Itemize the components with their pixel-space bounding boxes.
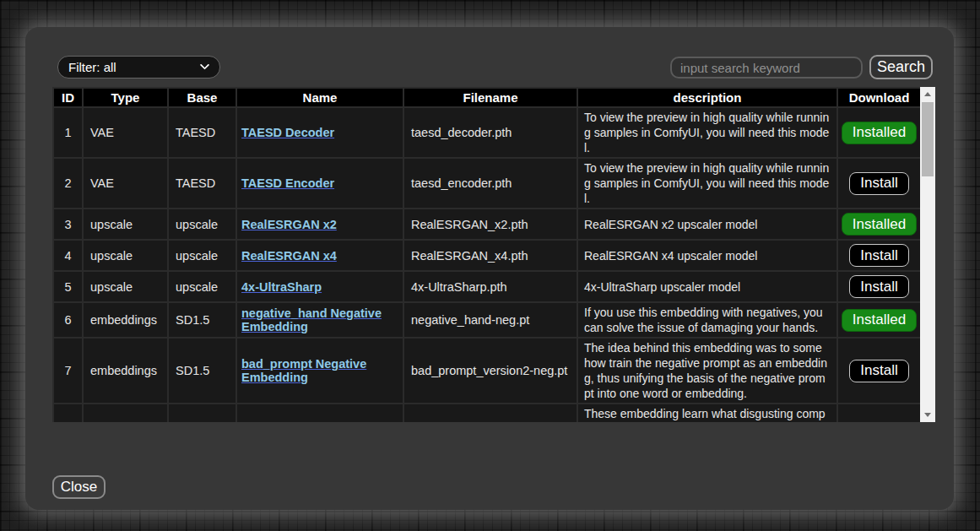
scrollbar-thumb[interactable] xyxy=(922,102,934,176)
id-cell: 1 xyxy=(53,107,83,158)
id-cell: 2 xyxy=(53,158,83,209)
type-cell: upscale xyxy=(83,240,168,271)
table-scrollbar[interactable] xyxy=(920,87,935,422)
description-cell: RealESRGAN x2 upscaler model xyxy=(577,209,837,240)
table-row: 4upscaleupscaleRealESRGAN x4RealESRGAN_x… xyxy=(53,240,920,271)
download-cell: Install xyxy=(837,158,920,209)
model-name-link[interactable]: 4x-UltraSharp xyxy=(241,280,322,294)
id-cell: 6 xyxy=(53,302,83,338)
download-cell: Install xyxy=(837,338,920,404)
table-row: 5upscaleupscale4x-UltraSharp4x-UltraShar… xyxy=(53,271,920,302)
download-cell: Installed xyxy=(837,209,920,240)
base-cell: upscale xyxy=(168,209,236,240)
type-cell: VAE xyxy=(83,107,168,158)
search-button[interactable]: Search xyxy=(869,55,933,79)
filename-cell: bad_prompt_version2-neg.pt xyxy=(403,338,577,404)
name-cell xyxy=(236,404,403,422)
base-cell: upscale xyxy=(168,240,236,271)
filename-cell: 4x-UltraSharp.pth xyxy=(403,271,577,302)
download-cell: Installed xyxy=(837,107,920,158)
id-cell: 5 xyxy=(53,271,83,302)
description-cell: To view the preview in high quality whil… xyxy=(577,158,837,209)
description-cell: If you use this embedding with negatives… xyxy=(577,302,837,338)
installed-button[interactable]: Installed xyxy=(842,213,917,236)
id-cell: 4 xyxy=(53,240,83,271)
base-cell: SD1.5 xyxy=(168,302,236,338)
base-cell: SD1.5 xyxy=(168,338,236,404)
install-models-dialog: Filter: all Search IDTypeBaseNameFilenam… xyxy=(25,27,954,510)
description-cell: The idea behind this embedding was to so… xyxy=(577,338,837,404)
column-header-download: Download xyxy=(837,88,920,107)
arrow-down-icon xyxy=(924,413,931,417)
name-cell: bad_prompt Negative Embedding xyxy=(236,338,403,404)
install-button[interactable]: Install xyxy=(849,275,908,298)
table-header-row: IDTypeBaseNameFilenamedescriptionDownloa… xyxy=(53,88,920,107)
filename-cell: taesd_encoder.pth xyxy=(403,158,577,209)
table-row: 2VAETAESDTAESD Encodertaesd_encoder.pthT… xyxy=(53,158,920,209)
base-cell: upscale xyxy=(168,271,236,302)
table-row: 7embeddingsSD1.5bad_prompt Negative Embe… xyxy=(53,338,920,404)
filename-cell xyxy=(403,404,577,422)
close-button[interactable]: Close xyxy=(52,475,106,499)
type-cell: upscale xyxy=(83,209,168,240)
description-cell: To view the preview in high quality whil… xyxy=(577,107,837,158)
name-cell: TAESD Decoder xyxy=(236,107,403,158)
description-cell: These embedding learn what disgusting co… xyxy=(577,404,837,422)
table-row: 3upscaleupscaleRealESRGAN x2RealESRGAN_x… xyxy=(53,209,920,240)
type-cell: embeddings xyxy=(83,302,168,338)
name-cell: 4x-UltraSharp xyxy=(236,271,403,302)
download-cell: Install xyxy=(837,240,920,271)
model-name-link[interactable]: bad_prompt Negative Embedding xyxy=(241,357,366,384)
filename-cell: RealESRGAN_x2.pth xyxy=(403,209,577,240)
table-row: These embedding learn what disgusting co… xyxy=(53,404,920,422)
type-cell: VAE xyxy=(83,158,168,209)
filename-cell: negative_hand-neg.pt xyxy=(403,302,577,338)
download-cell: Installed xyxy=(837,302,920,338)
base-cell: TAESD xyxy=(168,107,236,158)
install-button[interactable]: Install xyxy=(849,244,908,267)
filename-cell: taesd_decoder.pth xyxy=(403,107,577,158)
table-row: 1VAETAESDTAESD Decodertaesd_decoder.pthT… xyxy=(53,107,920,158)
name-cell: negative_hand Negative Embedding xyxy=(236,302,403,338)
model-name-link[interactable]: TAESD Encoder xyxy=(241,176,334,190)
column-header-name: Name xyxy=(236,88,403,107)
column-header-type: Type xyxy=(83,88,168,107)
column-header-filename: Filename xyxy=(403,88,577,107)
model-name-link[interactable]: negative_hand Negative Embedding xyxy=(241,306,382,333)
filter-dropdown[interactable]: Filter: all xyxy=(57,56,220,79)
column-header-description: description xyxy=(577,88,837,107)
column-header-base: Base xyxy=(168,88,236,107)
name-cell: RealESRGAN x2 xyxy=(236,209,403,240)
description-cell: RealESRGAN x4 upscaler model xyxy=(577,240,837,271)
name-cell: TAESD Encoder xyxy=(236,158,403,209)
column-header-id: ID xyxy=(53,88,83,107)
id-cell: 7 xyxy=(53,338,83,404)
type-cell: upscale xyxy=(83,271,168,302)
models-table: IDTypeBaseNameFilenamedescriptionDownloa… xyxy=(52,87,920,422)
id-cell: 3 xyxy=(53,209,83,240)
scroll-down-button[interactable] xyxy=(920,408,935,422)
install-button[interactable]: Install xyxy=(849,360,908,382)
model-name-link[interactable]: RealESRGAN x4 xyxy=(241,249,337,263)
install-button[interactable]: Install xyxy=(849,172,908,195)
type-cell xyxy=(83,404,168,422)
filter-dropdown-value: Filter: all xyxy=(68,60,116,74)
chevron-down-icon xyxy=(200,64,209,70)
filename-cell: RealESRGAN_x4.pth xyxy=(403,240,577,271)
name-cell: RealESRGAN x4 xyxy=(236,240,403,271)
type-cell: embeddings xyxy=(83,338,168,404)
base-cell: TAESD xyxy=(168,158,236,209)
base-cell xyxy=(168,404,236,422)
models-table-container: IDTypeBaseNameFilenamedescriptionDownloa… xyxy=(52,87,920,422)
installed-button[interactable]: Installed xyxy=(842,309,917,332)
scroll-up-button[interactable] xyxy=(920,87,935,101)
model-name-link[interactable]: TAESD Decoder xyxy=(241,126,334,139)
arrow-up-icon xyxy=(924,92,931,96)
description-cell: 4x-UltraSharp upscaler model xyxy=(577,271,837,302)
search-input[interactable] xyxy=(670,57,863,79)
table-row: 6embeddingsSD1.5negative_hand Negative E… xyxy=(53,302,920,338)
model-name-link[interactable]: RealESRGAN x2 xyxy=(241,218,337,231)
id-cell xyxy=(53,404,83,422)
download-cell xyxy=(837,404,920,422)
installed-button[interactable]: Installed xyxy=(842,122,917,144)
